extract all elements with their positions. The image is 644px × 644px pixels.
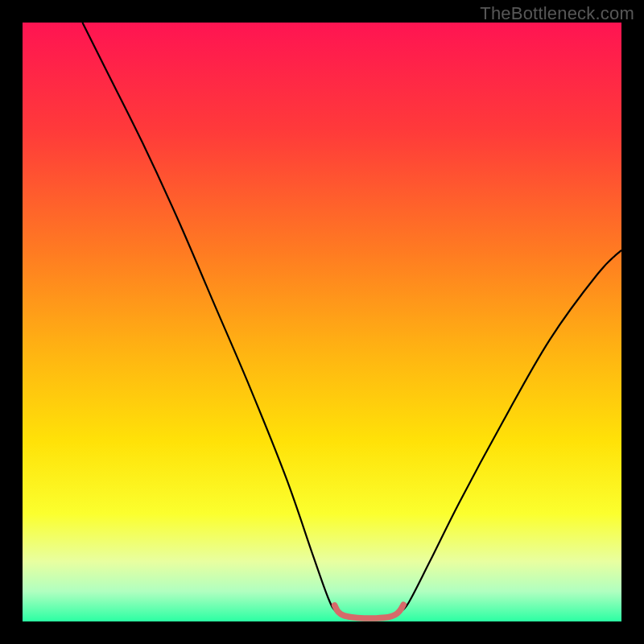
frame: TheBottleneck.com — [0, 0, 644, 644]
optimal-band — [335, 605, 404, 618]
bottleneck-curve — [82, 23, 621, 618]
watermark: TheBottleneck.com — [480, 3, 634, 24]
plot-area — [23, 23, 621, 621]
curve-svg — [23, 23, 621, 621]
